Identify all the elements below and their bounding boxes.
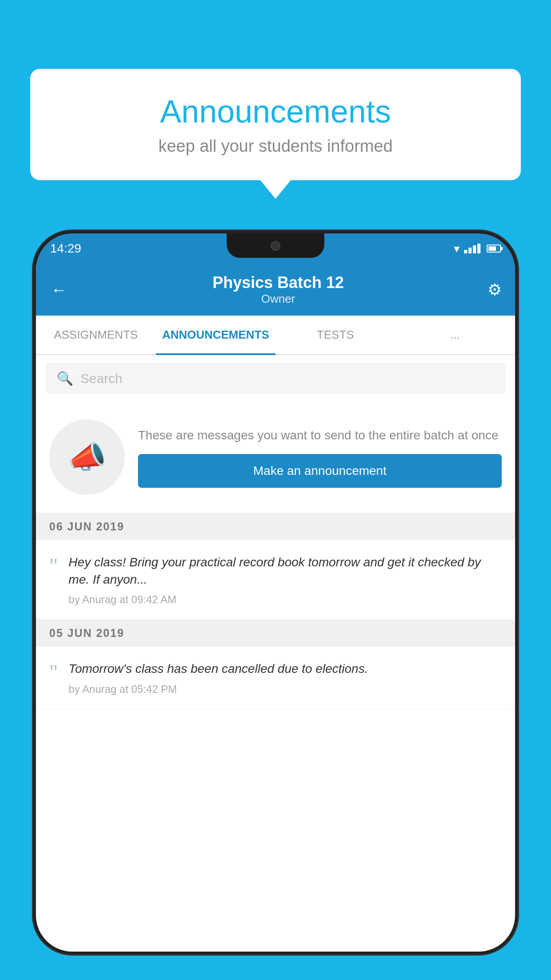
announcement-item-2[interactable]: " Tomorrow's class has been cancelled du…: [36, 647, 515, 709]
date-separator-2: 05 JUN 2019: [36, 620, 515, 647]
megaphone-icon: 📣: [68, 439, 106, 475]
cta-description: These are messages you want to send to t…: [138, 427, 502, 444]
announcement-text-block-1: Hey class! Bring your practical record b…: [69, 553, 502, 606]
cta-section: 📣 These are messages you want to send to…: [36, 402, 515, 513]
announcement-message-2: Tomorrow's class has been cancelled due …: [69, 660, 502, 677]
search-bar[interactable]: 🔍 Search: [46, 363, 505, 394]
search-placeholder: Search: [80, 371, 122, 386]
header-title: Physics Batch 12: [69, 273, 488, 292]
quote-icon-2: ": [49, 662, 58, 683]
status-icons: ▾: [454, 242, 501, 256]
announcement-message-1: Hey class! Bring your practical record b…: [69, 553, 502, 588]
announcement-item-1[interactable]: " Hey class! Bring your practical record…: [36, 540, 515, 620]
bubble-title: Announcements: [57, 93, 494, 130]
tab-assignments[interactable]: ASSIGNMENTS: [36, 316, 156, 354]
speech-bubble-section: Announcements keep all your students inf…: [30, 69, 521, 180]
make-announcement-button[interactable]: Make an announcement: [138, 454, 502, 488]
back-button[interactable]: ←: [49, 279, 69, 301]
phone-screen: ← Physics Batch 12 Owner ⚙ ASSIGNMENTS A…: [36, 264, 515, 952]
announcement-text-block-2: Tomorrow's class has been cancelled due …: [69, 660, 502, 695]
announcement-meta-1: by Anurag at 09:42 AM: [69, 593, 502, 606]
gear-icon[interactable]: ⚙: [488, 281, 502, 299]
quote-icon-1: ": [49, 555, 58, 577]
notch: [227, 233, 324, 258]
phone-container: 14:29 ▾ ← Physics Batch 12: [33, 231, 518, 980]
header-center: Physics Batch 12 Owner: [69, 273, 488, 306]
tab-tests[interactable]: TESTS: [276, 316, 395, 354]
announcement-meta-2: by Anurag at 05:42 PM: [69, 683, 502, 695]
cta-right: These are messages you want to send to t…: [138, 427, 502, 487]
app-header: ← Physics Batch 12 Owner ⚙: [36, 264, 515, 316]
phone-frame: 14:29 ▾ ← Physics Batch 12: [33, 231, 518, 954]
battery-icon: [487, 245, 501, 253]
speech-bubble: Announcements keep all your students inf…: [30, 69, 521, 180]
date-separator-1: 06 JUN 2019: [36, 513, 515, 540]
tabs-container: ASSIGNMENTS ANNOUNCEMENTS TESTS ...: [36, 316, 515, 355]
wifi-icon: ▾: [454, 242, 460, 256]
header-subtitle: Owner: [69, 292, 488, 306]
tab-announcements[interactable]: ANNOUNCEMENTS: [156, 316, 276, 354]
search-icon: 🔍: [57, 371, 73, 386]
announcement-icon-circle: 📣: [49, 419, 125, 495]
front-camera: [271, 241, 280, 251]
search-container: 🔍 Search: [36, 355, 515, 402]
bubble-subtitle: keep all your students informed: [57, 137, 494, 156]
status-time: 14:29: [50, 241, 81, 256]
tab-more[interactable]: ...: [395, 316, 515, 354]
signal-icon: [464, 244, 480, 253]
